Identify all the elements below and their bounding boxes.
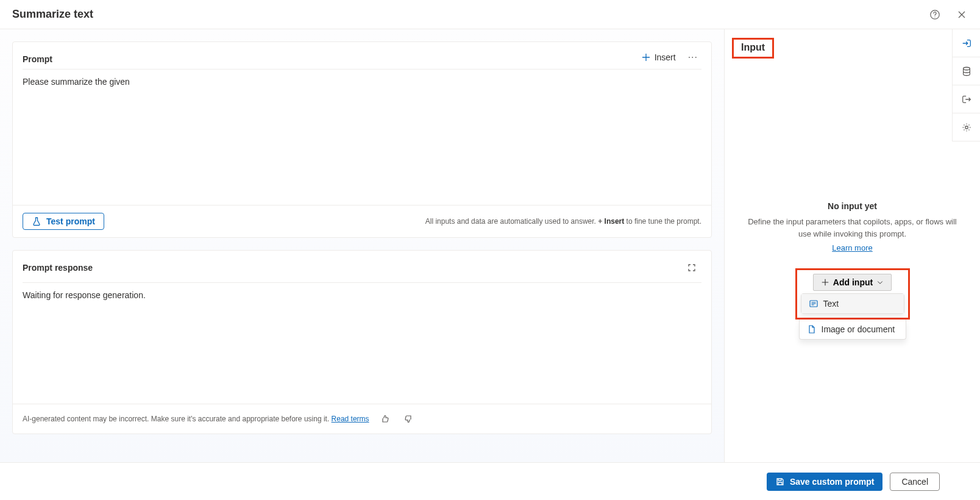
input-empty-state: No input yet Define the input parameters…: [725, 201, 980, 320]
disclaimer-text: AI-generated content may be incorrect. M…: [23, 415, 332, 423]
save-button[interactable]: Save custom prompt: [767, 473, 882, 491]
thumbs-up-button[interactable]: [378, 412, 392, 426]
prompt-footer: Test prompt All inputs and data are auto…: [13, 205, 711, 237]
highlight-box: Add input Text: [795, 268, 910, 320]
right-panel-header: Input: [725, 29, 980, 67]
dialog-footer: Save custom prompt Cancel: [0, 462, 980, 500]
dropdown-image-doc-label: Image or document: [822, 324, 895, 334]
plus-icon: [641, 52, 651, 62]
prompt-section-title: Prompt: [23, 54, 52, 69]
chevron-down-icon: [876, 279, 884, 286]
more-button[interactable]: ···: [684, 49, 701, 65]
right-rail: [952, 29, 980, 141]
add-input-container: Add input Text Image or document: [795, 268, 910, 320]
text-icon: [809, 299, 818, 309]
prompt-card: Prompt Insert ··· Please summarize the g…: [12, 41, 712, 238]
header-actions: [925, 5, 971, 24]
test-prompt-button[interactable]: Test prompt: [23, 213, 104, 230]
rail-input-button[interactable]: [953, 29, 980, 57]
dropdown-item-text[interactable]: Text: [801, 294, 904, 313]
database-icon: [961, 66, 972, 77]
output-icon: [961, 94, 972, 105]
svg-point-4: [965, 126, 968, 129]
prompt-textarea[interactable]: Please summarize the given: [13, 70, 711, 191]
dropdown-item-image-document[interactable]: Image or document: [800, 320, 906, 339]
right-panel: Input No input yet Define the input para…: [724, 29, 980, 462]
add-input-button[interactable]: Add input: [813, 274, 892, 291]
help-icon: [929, 9, 940, 20]
expand-button[interactable]: [682, 258, 701, 277]
hint-insert: Insert: [605, 217, 625, 226]
response-disclaimer: AI-generated content may be incorrect. M…: [23, 415, 369, 423]
svg-point-1: [934, 16, 935, 17]
empty-description: Define the input parameters that copilot…: [743, 216, 962, 240]
empty-title: No input yet: [828, 201, 877, 211]
response-card: Prompt response Waiting for response gen…: [12, 250, 712, 434]
thumbs-down-icon: [403, 414, 413, 424]
input-tab[interactable]: Input: [732, 38, 774, 59]
response-footer: AI-generated content may be incorrect. M…: [13, 404, 711, 434]
insert-label: Insert: [655, 52, 676, 62]
add-input-label: Add input: [833, 277, 873, 287]
test-prompt-label: Test prompt: [46, 216, 95, 226]
plus-icon: [821, 278, 829, 287]
input-rail-icon: [961, 38, 972, 49]
insert-button[interactable]: Insert: [637, 50, 680, 65]
cancel-button[interactable]: Cancel: [890, 473, 940, 491]
beaker-icon: [32, 216, 41, 226]
close-button[interactable]: [952, 5, 971, 24]
prompt-card-actions: Insert ···: [637, 49, 701, 69]
hint-suffix: to fine tune the prompt.: [624, 217, 701, 226]
close-icon: [957, 10, 967, 20]
page-title: Summarize text: [12, 8, 93, 21]
left-column: Prompt Insert ··· Please summarize the g…: [0, 29, 724, 462]
help-button[interactable]: [925, 5, 945, 24]
rail-data-button[interactable]: [953, 57, 980, 85]
prompt-hint: All inputs and data are automatically us…: [425, 217, 701, 226]
svg-point-3: [963, 67, 970, 70]
dropdown-continuation: Image or document: [799, 320, 906, 340]
save-label: Save custom prompt: [790, 477, 874, 487]
hint-prefix: All inputs and data are automatically us…: [425, 217, 598, 226]
expand-icon: [687, 263, 697, 273]
learn-more-link[interactable]: Learn more: [832, 243, 872, 252]
hint-plus: +: [598, 217, 604, 226]
document-icon: [807, 324, 817, 334]
thumbs-up-icon: [380, 414, 390, 424]
response-section-title: Prompt response: [23, 263, 93, 273]
rail-settings-button[interactable]: [953, 113, 980, 141]
response-body: Waiting for response generation.: [13, 283, 711, 404]
dropdown-text-label: Text: [823, 299, 839, 309]
ellipsis-icon: ···: [688, 52, 698, 62]
add-input-dropdown: Text: [801, 293, 904, 314]
read-terms-link[interactable]: Read terms: [332, 415, 369, 423]
rail-output-button[interactable]: [953, 85, 980, 113]
dialog-header: Summarize text: [0, 0, 980, 29]
save-icon: [775, 477, 785, 487]
main-content: Prompt Insert ··· Please summarize the g…: [0, 29, 980, 462]
thumbs-down-button[interactable]: [401, 412, 416, 426]
gear-icon: [961, 122, 972, 133]
